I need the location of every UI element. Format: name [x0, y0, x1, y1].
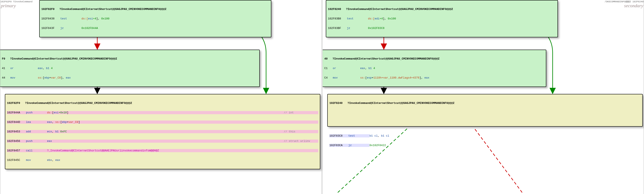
addr: 44: [2, 76, 10, 79]
basic-block-2-right[interactable]: 40 ?InvokeCommand@CInternetShortcut@@UAG…: [323, 50, 546, 87]
basic-block-1-left[interactable]: 102F82F0 ?InvokeCommand@CInternetShortcu…: [39, 0, 271, 37]
addr: 102F83B8: [328, 17, 347, 20]
mnemonic: or: [333, 67, 360, 70]
asm-row[interactable]: 102F844Apushds:[esi+0x18]// int: [7, 111, 318, 114]
block-addr: 102F8240: [328, 8, 341, 11]
asm-row[interactable]: C1oreax, b1 4: [324, 67, 544, 70]
mnemonic: test: [348, 134, 370, 138]
operands: ebx, eax: [47, 158, 60, 162]
comment: // this: [284, 130, 296, 133]
asm-row[interactable]: 102F8456pusheax// struct urlinv: [7, 140, 318, 143]
asm-row[interactable]: 102F83CAjz0x102F8422: [330, 144, 640, 147]
addr: C4: [324, 76, 333, 79]
addr: 102F843F: [41, 26, 60, 30]
asm-row[interactable]: 102F83C8testb1 cl, b1 cl: [330, 134, 640, 138]
operands: eax, b1 4: [360, 67, 375, 70]
block-func: ?InvokeCommand@CInternetShortcut@@UAGJPA…: [332, 57, 440, 60]
block-addr: 102F82F0: [7, 102, 20, 105]
operands: ds:[esi+0x18]: [47, 111, 68, 114]
block-addr: F0: [2, 57, 5, 60]
mnemonic: push: [26, 111, 47, 114]
operands: 0x102F83C8: [368, 26, 384, 30]
asm-row[interactable]: 102F8453addecx, b1 0xFC// this: [7, 130, 318, 133]
mnemonic: lea: [26, 120, 47, 124]
mnemonic: jz: [348, 144, 370, 147]
mnemonic: test: [347, 17, 368, 20]
asm-row[interactable]: 102F843Fjz0x102F844A: [41, 26, 269, 30]
addr: 102F844D: [7, 120, 26, 124]
basic-block-3-left[interactable]: 102F82F0 ?InvokeCommand@CInternetShortcu…: [5, 94, 320, 169]
basic-block-1-right[interactable]: 102F8240 ?InvokeCommand@CInternetShortcu…: [326, 0, 558, 37]
basic-block-3-right[interactable]: 102F8240 ?InvokeCommand@CInternetShortcu…: [327, 94, 643, 127]
mnemonic: mov: [10, 76, 38, 79]
mnemonic: call: [26, 149, 47, 152]
mnemonic: or: [10, 67, 38, 70]
operands: ecx, b1 0xFC: [47, 130, 67, 133]
asm-row[interactable]: 102F8438testds:[esi+4], 0x100: [41, 17, 269, 20]
asm-row[interactable]: 102F8457call?_InvokeCommand@CInternetSho…: [7, 149, 318, 152]
block-func: ?InvokeCommand@CInternetShortcut@@UAGJPA…: [25, 102, 132, 105]
operands: eax, b1 4: [38, 67, 52, 70]
block-func: ?InvokeCommand@CInternetShortcut@@UAGJPA…: [60, 8, 166, 11]
operands: eax, ss:[ebp+var_C0]: [47, 120, 80, 124]
operands: b1 cl, b1 cl: [370, 134, 389, 138]
asm-row[interactable]: 102F83B8testds:[edi+4], 0x100: [328, 17, 556, 20]
addr: 102F8456: [7, 140, 26, 143]
asm-row[interactable]: 41oreax, b1 4: [2, 67, 258, 70]
basic-block-2-left[interactable]: F0 ?InvokeCommand@CInternetShortcut@@UAG…: [0, 50, 260, 87]
block-addr: 102F8240: [330, 102, 342, 105]
operands: eax: [47, 140, 52, 143]
mnemonic: add: [26, 130, 47, 133]
addr: 102F844A: [7, 111, 26, 114]
asm-row[interactable]: 102F83BFjz0x102F83C8: [328, 26, 556, 30]
primary-pane[interactable]: 102F82F0 ?InvokeCommand@CInternetShortcu…: [0, 0, 322, 194]
addr: 102F845C: [7, 158, 26, 162]
operands: ?_InvokeCommand@CInternetShortcut@@AAEJP…: [47, 149, 159, 152]
addr: 102F8453: [7, 130, 26, 133]
operands: ss:[ebp+var_C0], eax: [38, 76, 71, 79]
asm-row[interactable]: C4movss:[esp+1118h+var_1100.dwFlags4+437…: [324, 76, 544, 79]
comment: // struct urlinv: [284, 140, 310, 143]
comment: // int: [284, 111, 294, 114]
addr: 41: [2, 67, 10, 70]
operands: 0x102F8422: [370, 144, 386, 147]
mnemonic: mov: [26, 158, 47, 162]
operands: ds:[edi+4], 0x100: [368, 17, 396, 20]
mnemonic: jz: [347, 26, 368, 30]
mnemonic: test: [60, 17, 82, 20]
operands: ds:[esi+4], 0x100: [82, 17, 110, 20]
block-func: ?InvokeCommand@CInternetShortcut@@UAGJPA…: [10, 57, 117, 60]
block-func: ?InvokeCommand@CInternetShortcut@@UAGJPA…: [346, 8, 453, 11]
secondary-pane[interactable]: 102F8240 ?InvokeCommand@CInternetShortcu…: [322, 0, 644, 194]
addr: 102F83CA: [330, 144, 348, 147]
block-addr: 102F82F0: [41, 8, 54, 11]
operands: ss:[esp+1118h+var_1100.dwFlags4+4376], e…: [360, 76, 430, 79]
addr: 102F83C8: [330, 134, 348, 138]
asm-row[interactable]: 102F845Cmovebx, eax: [7, 158, 318, 162]
addr: 102F8457: [7, 149, 26, 152]
addr: C1: [324, 67, 333, 70]
mnemonic: mov: [333, 76, 360, 79]
asm-row[interactable]: 102F844Dleaeax, ss:[ebp+var_C0]: [7, 120, 318, 124]
asm-row[interactable]: 44movss:[ebp+var_C0], eax: [2, 76, 258, 79]
mnemonic: jz: [60, 26, 82, 30]
operands: 0x102F844A: [82, 26, 98, 30]
addr: 102F83BF: [328, 26, 347, 30]
mnemonic: push: [26, 140, 47, 143]
addr: 102F8438: [41, 17, 60, 20]
block-addr: 40: [324, 57, 328, 60]
block-func: ?InvokeCommand@CInternetShortcut@@UAGJPA…: [348, 102, 454, 105]
